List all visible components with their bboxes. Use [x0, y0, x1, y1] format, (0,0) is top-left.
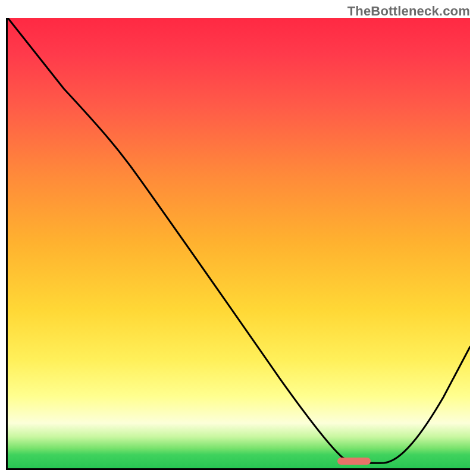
plot-area: [6, 18, 470, 470]
watermark-text: TheBottleneck.com: [347, 4, 470, 19]
bottleneck-curve: [8, 18, 470, 463]
optimal-range-marker: [337, 458, 371, 465]
curve-svg: [8, 18, 470, 468]
chart-stage: TheBottleneck.com: [0, 0, 476, 476]
